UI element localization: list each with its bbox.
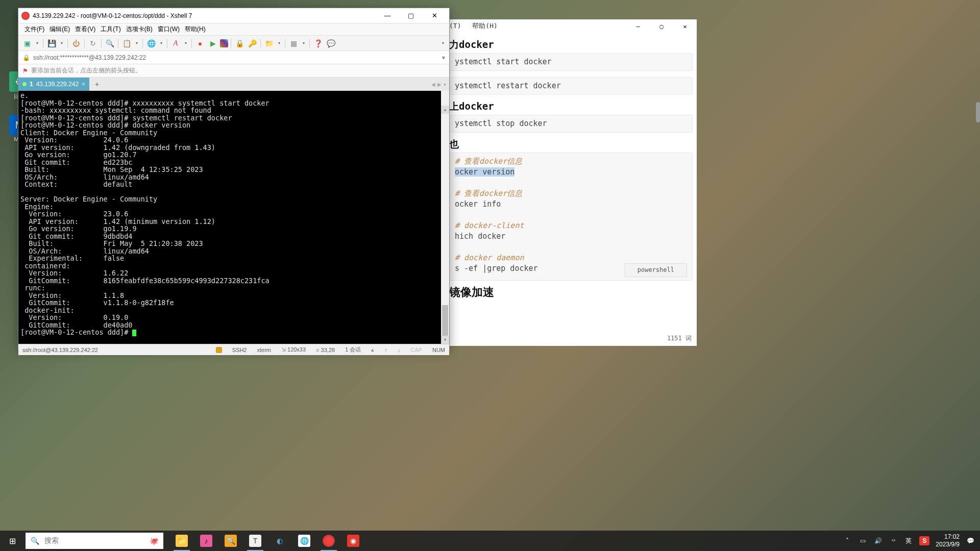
help-icon[interactable]: ❓ [312,38,324,49]
windows-icon[interactable]: ▦ [288,38,299,49]
menu-tabs[interactable]: 选项卡(B) [124,24,155,35]
dropdown-icon[interactable]: ▾ [59,38,65,49]
task-app-pink[interactable]: ♪ [194,531,218,551]
menu-window[interactable]: 窗口(W) [156,24,182,35]
cursor [132,330,136,336]
tab-next-icon[interactable]: ▶ [437,82,442,87]
tray-sogou-icon[interactable]: S [919,536,929,545]
task-app-dev[interactable]: ◐ [267,531,292,551]
lock-icon[interactable]: 🔒 [234,38,245,49]
folder-icon[interactable]: 📁 [263,38,275,49]
status-pos: ≡ 33,28 [316,347,335,353]
tab-list-icon[interactable]: ▾ [444,82,446,87]
dropdown-icon[interactable]: ▾ [183,38,189,49]
dropdown-icon[interactable]: ▾ [158,38,164,49]
lock-icon [216,347,222,353]
session-dropdown-icon[interactable]: ▴ [371,346,374,353]
powershell-badge[interactable]: powershell [625,263,687,277]
scroll-down-icon[interactable]: ▾ [441,336,449,344]
menu-tools[interactable]: (T) [449,22,461,30]
scrollbar-thumb[interactable] [442,305,448,336]
task-app-xshell[interactable] [316,531,341,551]
address-text: ssh://root:************@43.139.229.242:2… [33,54,146,61]
code-line: s -ef |grep docker [455,264,538,273]
paste-icon[interactable]: 🌐 [145,38,157,49]
taskbar: ⊞ 🔍 搜索 🐙 📁 ♪ 🔍 T ◐ 🌐 ◉ ˄ ▭ 🔊 ⌔ 英 S 17:02… [0,531,980,551]
tab-close-icon[interactable]: × [82,81,85,88]
flag-icon: ⚑ [22,67,28,74]
task-app-red[interactable]: ◉ [341,531,365,551]
terminal-scrollbar[interactable]: ▴ ▾ [441,91,449,344]
minimize-button[interactable]: — [376,8,399,23]
heading-other: 也 [449,139,693,149]
tab-add-button[interactable]: + [91,79,103,90]
task-app-explorer[interactable]: 📁 [169,531,194,551]
search-icon[interactable]: 🔍 [104,38,115,49]
xshell-toolbar: ▣▾ 💾▾ ⏻ ↻ 🔍 📋▾ 🌐▾ A▾ ● ▶ 🔒 🔑 📁▾ ▦▾ ❓ 💬 ▾ [18,36,449,51]
dropdown-icon[interactable]: ▾ [276,38,282,49]
menu-help[interactable]: 帮助(H) [472,22,497,30]
tray-notifications-icon[interactable]: 💬 [966,536,975,545]
dropdown-icon[interactable]: ▾ [442,54,445,61]
down-icon[interactable]: ↓ [398,347,401,353]
font-icon[interactable]: A [170,38,181,49]
xshell-window: 43.139.229.242 - root@VM-0-12-centos:/op… [18,8,450,349]
play-icon[interactable]: ▶ [207,38,218,49]
reconnect-icon[interactable]: ↻ [87,38,99,49]
start-button[interactable]: ⊞ [0,531,24,551]
dropdown-icon[interactable]: ▾ [34,38,40,49]
search-decoration-icon: 🐙 [150,537,158,545]
lock-icon: 🔒 [22,54,30,61]
save-icon[interactable]: 💾 [46,38,57,49]
hint-bar: ⚑ 要添加当前会话，点击左侧的箭头按钮。 [18,64,449,78]
bubble-icon[interactable]: 💬 [325,38,336,49]
notepad-body[interactable]: 力docker ystemctl start docker ystemctl r… [449,34,697,305]
status-connection: ssh://root@43.139.229.242:22 [22,347,98,353]
key-icon[interactable]: 🔑 [247,38,258,49]
disconnect-icon[interactable]: ⏻ [70,38,82,49]
clock-date: 2023/9/9 [936,541,960,548]
tray-chevron-icon[interactable]: ˄ [843,536,852,545]
system-tray: ˄ ▭ 🔊 ⌔ 英 S 17:02 2023/9/9 💬 [838,533,980,548]
terminal[interactable]: e. [root@VM-0-12-centos ddd]# xxxxxxxxxx… [18,91,449,344]
taskbar-search[interactable]: 🔍 搜索 🐙 [26,533,163,549]
scrollbar-thumb[interactable] [976,102,980,122]
tab-prev-icon[interactable]: ◀ [431,82,435,87]
menu-tools[interactable]: 工具(T) [99,24,122,35]
code-line: ocker info [455,199,501,209]
maximize-all-icon[interactable] [220,39,228,47]
dropdown-icon[interactable]: ▾ [134,38,140,49]
tray-wifi-icon[interactable]: ⌔ [889,536,898,545]
scroll-up-icon[interactable]: ▴ [441,106,449,114]
tray-clock[interactable]: 17:02 2023/9/9 [936,533,960,548]
xshell-titlebar[interactable]: 43.139.229.242 - root@VM-0-12-centos:/op… [18,8,449,23]
new-session-icon[interactable]: ▣ [21,38,33,49]
terminal-output: e. [root@VM-0-12-centos ddd]# xxxxxxxxxx… [20,91,270,336]
menu-help[interactable]: 帮助(H) [183,24,208,35]
search-icon: 🔍 [31,537,39,545]
tray-battery-icon[interactable]: ▭ [858,536,867,545]
record-icon[interactable]: ● [194,38,206,49]
menu-edit[interactable]: 编辑(E) [47,24,72,35]
tab-bar: 1 43.139.229.242 × + ◀ ▶ ▾ [18,78,449,91]
address-bar[interactable]: 🔒 ssh://root:************@43.139.229.242… [18,51,449,64]
task-app-chrome[interactable]: 🌐 [292,531,316,551]
dropdown-icon[interactable]: ▾ [301,38,307,49]
tray-volume-icon[interactable]: 🔊 [873,536,883,545]
close-button[interactable]: ✕ [423,8,446,23]
menu-view[interactable]: 查看(V) [73,24,97,35]
copy-icon[interactable]: 📋 [121,38,132,49]
tab-number: 1 [30,81,33,88]
search-placeholder: 搜索 [44,536,59,545]
menu-file[interactable]: 文件(F) [22,24,46,35]
code-block: ystemctl restart docker [449,77,693,95]
toolbar-overflow-icon[interactable]: ▾ [440,38,446,49]
maximize-button[interactable]: ▢ [399,8,423,23]
task-app-search[interactable]: 🔍 [218,531,243,551]
up-icon[interactable]: ↑ [384,347,387,353]
task-app-text[interactable]: T [243,531,267,551]
status-num: NUM [432,347,445,353]
session-tab[interactable]: 1 43.139.229.242 × [18,78,89,91]
clock-time: 17:02 [936,533,960,541]
tray-ime[interactable]: 英 [904,536,913,545]
